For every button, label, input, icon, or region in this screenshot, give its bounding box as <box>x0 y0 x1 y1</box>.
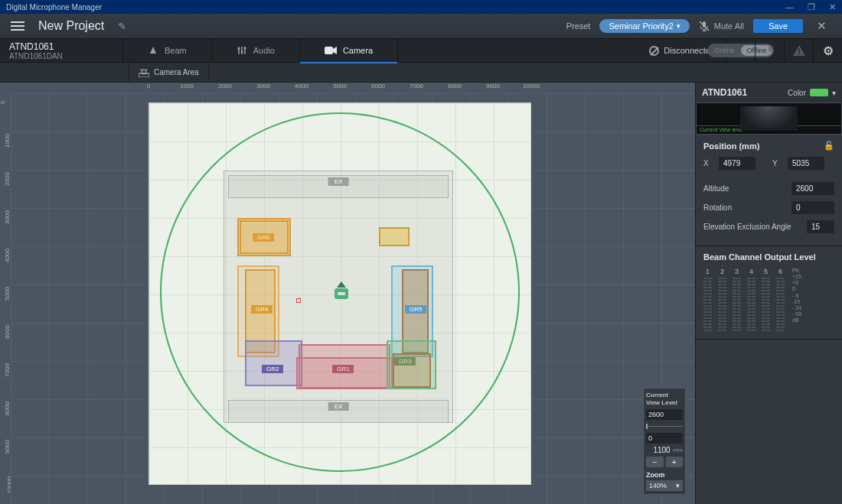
zone-gr3-inner <box>393 353 431 388</box>
gear-icon: ⚙ <box>823 44 834 58</box>
position-y-input[interactable] <box>788 157 824 170</box>
zoom-out-button[interactable]: − <box>646 457 664 467</box>
camera-area-toggle[interactable]: Camera Area <box>129 63 209 83</box>
close-project-button[interactable]: ✕ <box>812 19 831 33</box>
exclusion-zone-top[interactable]: EX <box>228 175 449 198</box>
view-level-panel: Current View Level 2600 0 1100mm − + Zoo… <box>643 388 686 495</box>
window-maximize[interactable]: ❐ <box>808 2 815 12</box>
color-dropdown-icon[interactable]: ▾ <box>832 89 836 97</box>
ex-label: EX <box>328 177 349 186</box>
mic-mute-icon <box>699 21 710 31</box>
project-name: New Project <box>38 19 104 33</box>
rotation-input[interactable] <box>791 201 834 214</box>
position-x-input[interactable] <box>719 157 756 170</box>
app-title: Digital Microphone Manager <box>6 3 102 11</box>
zone-yellow[interactable] <box>379 227 410 246</box>
svg-point-3 <box>243 47 246 50</box>
coverage-preview: Current View level <box>696 102 842 135</box>
origin-marker <box>296 298 301 303</box>
elevation-input[interactable] <box>807 220 834 233</box>
zone-gr2[interactable]: GR2 <box>245 340 302 386</box>
view-level-top[interactable]: 2600 <box>646 409 683 420</box>
svg-point-2 <box>240 51 243 54</box>
lock-icon[interactable]: 🔓 <box>824 141 834 151</box>
menu-button[interactable] <box>11 21 24 31</box>
tab-audio[interactable]: Audio <box>212 38 300 63</box>
device-name: ATND1061 <box>9 41 113 52</box>
beam-icon <box>148 45 158 56</box>
settings-button[interactable]: ⚙ <box>813 38 842 63</box>
tab-camera[interactable]: Camera <box>300 38 398 63</box>
device-model: ATND1061DAN <box>9 52 113 60</box>
ex-label: EX <box>328 402 349 411</box>
properties-panel: ATND1061 Color ▾ Current View level Posi… <box>695 83 842 504</box>
disconnected-icon <box>649 46 659 56</box>
save-button[interactable]: Save <box>753 19 803 33</box>
camera-icon <box>325 46 337 55</box>
zone-gr6-inner <box>240 220 289 254</box>
zoom-in-button[interactable]: + <box>666 457 684 467</box>
audio-icon <box>237 45 247 56</box>
beam-output-header: Beam Channel Output Level <box>703 252 834 262</box>
camera-area-icon <box>139 68 149 77</box>
zoom-dropdown[interactable]: 140%▾ <box>646 480 683 491</box>
mute-all-button[interactable]: Mute All <box>699 21 744 31</box>
preset-label: Preset <box>566 21 591 31</box>
selected-device-name: ATND1061 <box>702 87 747 98</box>
zone-gr1-inner <box>296 357 393 389</box>
exclusion-zone-bottom[interactable]: EX <box>228 400 449 423</box>
ruler-vertical: 0100020003000400050006000700080009000100… <box>0 93 11 504</box>
tab-beam[interactable]: Beam <box>122 38 212 63</box>
mic-status-icon[interactable] <box>755 38 784 63</box>
warning-icon[interactable] <box>784 38 813 63</box>
svg-point-1 <box>237 48 240 50</box>
color-swatch[interactable] <box>810 89 828 96</box>
svg-rect-4 <box>325 47 333 54</box>
view-level-slider[interactable] <box>646 426 683 427</box>
svg-rect-6 <box>798 53 800 54</box>
color-label: Color <box>788 89 806 97</box>
preset-dropdown[interactable]: Seminar Priority2 <box>599 19 689 33</box>
window-close[interactable]: ✕ <box>829 2 836 12</box>
view-level-bottom[interactable]: 0 <box>646 433 683 444</box>
mic-indicator <box>338 292 345 295</box>
altitude-input[interactable] <box>791 182 834 195</box>
ruler-horizontal: 0100020003000400050006000700080009000100… <box>11 83 695 93</box>
canvas[interactable]: 0100020003000400050006000700080009000100… <box>0 83 695 504</box>
position-header: Position (mm) <box>703 141 759 151</box>
svg-rect-5 <box>798 48 800 52</box>
edit-icon[interactable]: ✎ <box>118 21 126 32</box>
window-minimize[interactable]: — <box>785 2 794 11</box>
